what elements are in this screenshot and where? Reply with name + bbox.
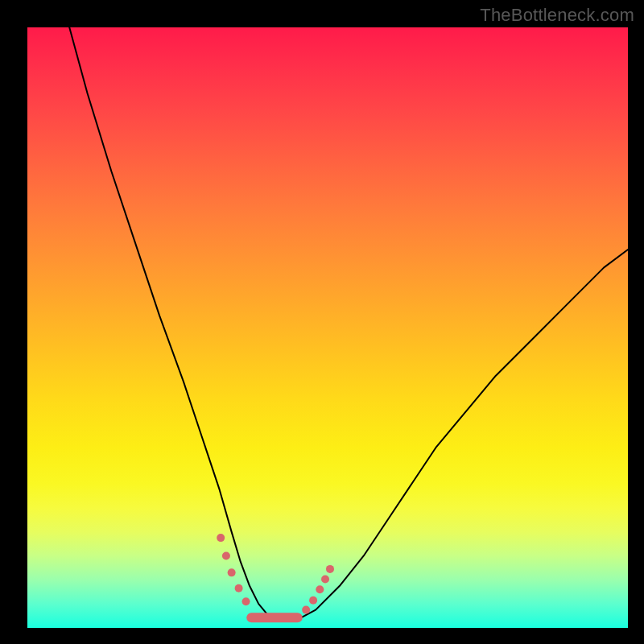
markers-group bbox=[217, 534, 334, 617]
chart-svg bbox=[27, 27, 628, 628]
marker-dot bbox=[309, 597, 317, 605]
marker-dot bbox=[321, 576, 329, 584]
marker-dot bbox=[222, 551, 230, 559]
marker-dot bbox=[242, 597, 250, 605]
marker-dot bbox=[228, 568, 236, 576]
bottleneck-curve bbox=[69, 27, 628, 621]
marker-dot bbox=[326, 565, 334, 573]
watermark-text: TheBottleneck.com bbox=[480, 5, 634, 26]
curve-group bbox=[69, 27, 628, 621]
chart-frame: TheBottleneck.com bbox=[0, 0, 644, 644]
marker-dot bbox=[235, 584, 243, 592]
marker-dot bbox=[316, 585, 324, 593]
chart-plot-area bbox=[27, 27, 628, 628]
marker-dot bbox=[302, 606, 310, 614]
marker-dot bbox=[217, 534, 225, 542]
